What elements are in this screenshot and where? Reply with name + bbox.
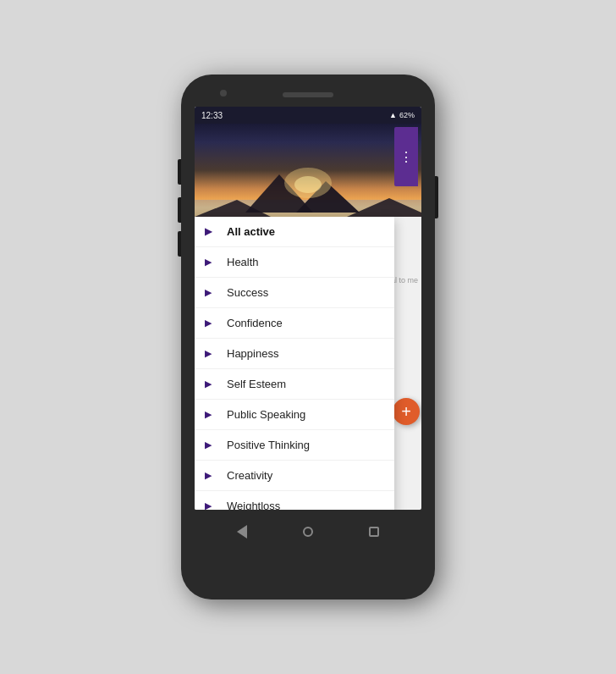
folder-icon: ▶ (205, 318, 218, 329)
mountain-silhouette (195, 166, 421, 217)
dropdown-item-success[interactable]: ▶Success (195, 278, 394, 308)
mute-button[interactable] (178, 231, 181, 257)
dropdown-item-label-all-active: All active (227, 225, 275, 238)
folder-icon: ▶ (205, 500, 218, 510)
dropdown-item-self-esteem[interactable]: ▶Self Esteem (195, 369, 394, 400)
dropdown-item-public-speaking[interactable]: ▶Public Speaking (195, 400, 394, 430)
dropdown-item-label-health: Health (227, 256, 259, 268)
front-camera (220, 90, 227, 97)
fab-add-button[interactable]: + (393, 398, 420, 425)
folder-icon: ▶ (205, 257, 218, 268)
svg-point-6 (294, 176, 322, 193)
dropdown-item-confidence[interactable]: ▶Confidence (195, 308, 394, 339)
dropdown-item-label-self-esteem: Self Esteem (227, 378, 286, 390)
back-button[interactable] (230, 520, 254, 544)
status-icons: ▲ 62% (389, 111, 415, 119)
dropdown-item-label-creativity: Creativity (227, 469, 272, 482)
overflow-menu-button[interactable]: ⋮ (394, 127, 418, 186)
home-button[interactable] (296, 520, 320, 544)
signal-icon: ▲ (389, 111, 397, 119)
dropdown-item-creativity[interactable]: ▶Creativity (195, 461, 394, 491)
phone-screen: 12:33 ▲ 62% (195, 107, 421, 510)
navigation-bar (188, 510, 428, 550)
dropdown-item-health[interactable]: ▶Health (195, 247, 394, 278)
folder-icon: ▶ (205, 287, 218, 298)
dropdown-menu: ▶All active▶Health▶Success▶Confidence▶Ha… (195, 217, 394, 510)
folder-icon: ▶ (205, 348, 218, 359)
dropdown-item-all-active[interactable]: ▶All active (195, 217, 394, 247)
volume-down-button[interactable] (178, 197, 181, 223)
dropdown-item-label-weightloss: Weightloss (227, 500, 280, 510)
dropdown-item-weightloss[interactable]: ▶Weightloss (195, 491, 394, 510)
overflow-icon: ⋮ (399, 149, 413, 165)
dropdown-item-happiness[interactable]: ▶Happiness (195, 339, 394, 369)
volume-up-button[interactable] (178, 159, 181, 185)
recents-icon (369, 527, 379, 537)
fab-icon: + (401, 402, 411, 422)
earpiece-speaker (283, 92, 333, 97)
dropdown-item-label-success: Success (227, 286, 268, 299)
dropdown-item-positive-thinking[interactable]: ▶Positive Thinking (195, 430, 394, 461)
back-icon (237, 525, 247, 539)
dropdown-item-label-happiness: Happiness (227, 347, 278, 360)
recents-button[interactable] (362, 520, 386, 544)
folder-icon: ▶ (205, 439, 218, 450)
folder-icon: ▶ (205, 226, 218, 237)
dropdown-item-label-confidence: Confidence (227, 317, 283, 329)
battery-percent: 62% (399, 111, 415, 119)
status-bar: 12:33 ▲ 62% (195, 107, 421, 124)
folder-icon: ▶ (205, 378, 218, 389)
status-time: 12:33 (201, 111, 223, 120)
hero-image (195, 124, 421, 217)
power-button[interactable] (435, 176, 438, 218)
phone-device: 12:33 ▲ 62% (181, 75, 435, 599)
home-icon (303, 527, 313, 537)
folder-icon: ▶ (205, 470, 218, 481)
dropdown-item-label-public-speaking: Public Speaking (227, 408, 305, 421)
battery-indicator: 62% (399, 111, 415, 119)
dropdown-item-label-positive-thinking: Positive Thinking (227, 439, 310, 451)
phone-top (188, 83, 428, 107)
folder-icon: ▶ (205, 409, 218, 420)
